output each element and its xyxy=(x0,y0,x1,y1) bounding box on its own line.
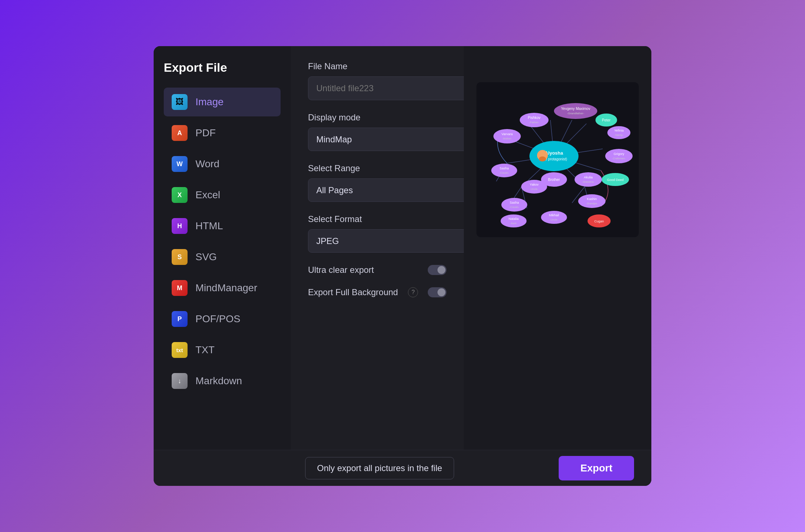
svg-point-52 xyxy=(501,198,527,212)
select-format-label: Select Format xyxy=(308,214,447,224)
sidebar-item-label-image: Image xyxy=(195,96,224,108)
select-range-label: Select Range xyxy=(308,163,447,173)
excel-icon: X xyxy=(172,187,188,203)
select-range-select-wrapper: All Pages Current Page Selected ▾ xyxy=(308,178,464,202)
sidebar-item-html[interactable]: H HTML xyxy=(164,212,281,240)
display-mode-select[interactable]: MindMap Outline Gantt xyxy=(308,128,464,151)
svg-text:-Uncle-: -Uncle- xyxy=(530,188,538,190)
svg-text:-Uncle-: -Uncle- xyxy=(550,218,558,221)
svg-text:Cugan: Cugan xyxy=(594,220,604,223)
display-mode-label: Display mode xyxy=(308,112,447,123)
word-icon: W xyxy=(172,156,188,172)
svg-point-19 xyxy=(554,103,597,119)
svg-text:-Nanny-: -Nanny- xyxy=(615,134,624,137)
sidebar: Export File 🖼 Image A PDF W Word X Excel… xyxy=(154,46,291,450)
sidebar-item-label-txt: TXT xyxy=(195,344,215,356)
svg-text:-Cousin-: -Cousin- xyxy=(510,206,519,208)
svg-point-40 xyxy=(575,172,602,187)
sidebar-item-mindmanager[interactable]: M MindManager xyxy=(164,274,281,302)
export-bg-help-icon[interactable]: ? xyxy=(408,287,418,297)
svg-point-22 xyxy=(520,113,549,127)
select-format-group: Select Format JPEG PNG WebP ▾ xyxy=(308,214,447,253)
image-icon: 🖼 xyxy=(172,94,188,110)
markdown-icon: ↓ xyxy=(172,373,188,389)
svg-text:Peter: Peter xyxy=(602,118,611,122)
display-mode-select-wrapper: MindMap Outline Gantt ▾ xyxy=(308,128,464,151)
svg-text:Pishkov: Pishkov xyxy=(528,116,540,120)
export-bg-label: Export Full Background xyxy=(308,287,398,297)
svg-text:Brother: Brother xyxy=(548,178,560,182)
svg-point-16 xyxy=(529,141,579,171)
svg-text:Akulia: Akulia xyxy=(584,176,593,179)
svg-text:-Cousin-: -Cousin- xyxy=(500,172,509,174)
svg-icon: S xyxy=(172,249,188,265)
sidebar-item-markdown[interactable]: ↓ Markdown xyxy=(164,367,281,395)
svg-point-43 xyxy=(491,164,517,177)
svg-text:Natalia: Natalia xyxy=(509,217,519,221)
sidebar-item-svg[interactable]: S SVG xyxy=(164,243,281,271)
select-format-select[interactable]: JPEG PNG WebP xyxy=(308,229,464,253)
svg-point-58 xyxy=(541,211,567,224)
mindmap-preview: Alyosha (the protagonist) Yevgeny Maximo… xyxy=(478,84,637,235)
select-range-select[interactable]: All Pages Current Page Selected xyxy=(308,178,464,202)
preview-image-container: Alyosha (the protagonist) Yevgeny Maximo… xyxy=(476,82,639,237)
svg-text:Mikhail: Mikhail xyxy=(549,213,559,217)
mindmanager-icon: M xyxy=(172,280,188,296)
dialog-footer: Only export all pictures in the file Exp… xyxy=(154,450,651,486)
pdf-icon: A xyxy=(172,125,188,141)
sidebar-item-label-markdown: Markdown xyxy=(195,375,242,387)
svg-text:Varvara: Varvara xyxy=(502,132,513,136)
sidebar-title: Export File xyxy=(164,61,281,75)
file-name-group: File Name xyxy=(308,61,447,100)
export-bg-toggle[interactable] xyxy=(428,287,447,297)
svg-point-27 xyxy=(607,126,630,139)
select-format-select-wrapper: JPEG PNG WebP ▾ xyxy=(308,229,464,253)
sidebar-item-label-svg: SVG xyxy=(195,251,217,263)
svg-text:-Grandma-: -Grandma- xyxy=(582,181,595,183)
svg-text:Yevgeny Maximov: Yevgeny Maximov xyxy=(561,107,590,111)
dialog-body: Export File 🖼 Image A PDF W Word X Excel… xyxy=(154,46,651,450)
main-content: File Name Display mode MindMap Outline G… xyxy=(291,46,464,450)
sidebar-item-image[interactable]: 🖼 Image xyxy=(164,88,281,116)
ultra-clear-row: Ultra clear export xyxy=(308,265,447,275)
only-export-button[interactable]: Only export all pictures in the file xyxy=(305,457,454,479)
html-icon: H xyxy=(172,218,188,234)
sidebar-item-label-html: HTML xyxy=(195,220,223,232)
svg-text:-Aunt-: -Aunt- xyxy=(510,222,517,225)
svg-point-55 xyxy=(501,214,527,227)
svg-text:-Mother-: -Mother- xyxy=(502,137,512,140)
svg-text:Grigory: Grigory xyxy=(613,152,624,156)
export-button[interactable]: Export xyxy=(559,456,634,480)
sidebar-item-label-mindmanager: MindManager xyxy=(195,282,257,294)
svg-text:-Father-: -Father- xyxy=(529,121,540,124)
svg-point-46 xyxy=(521,180,547,194)
svg-point-49 xyxy=(578,194,606,208)
sidebar-item-label-excel: Excel xyxy=(195,189,220,201)
sidebar-item-excel[interactable]: X Excel xyxy=(164,181,281,209)
sidebar-item-label-pof: POF/POS xyxy=(195,313,240,325)
svg-text:Yefinia: Yefinia xyxy=(614,129,624,132)
ultra-clear-label: Ultra clear export xyxy=(308,265,374,275)
svg-text:Kashin: Kashin xyxy=(587,197,597,201)
svg-text:Sasha: Sasha xyxy=(500,167,509,170)
sidebar-item-label-word: Word xyxy=(195,158,219,170)
svg-point-64 xyxy=(540,150,545,156)
svg-text:-Grandpa-: -Grandpa- xyxy=(586,202,598,205)
ultra-clear-toggle[interactable] xyxy=(428,265,447,275)
svg-point-35 xyxy=(493,129,521,143)
sidebar-item-pof[interactable]: P POF/POS xyxy=(164,305,281,333)
export-dialog: Export File 🖼 Image A PDF W Word X Excel… xyxy=(154,46,651,486)
file-name-input[interactable] xyxy=(308,76,464,100)
svg-point-65 xyxy=(539,156,546,161)
display-mode-group: Display mode MindMap Outline Gantt ▾ xyxy=(308,112,447,151)
svg-text:-Craftsman-: -Craftsman- xyxy=(612,157,626,160)
sidebar-item-word[interactable]: W Word xyxy=(164,150,281,178)
svg-text:-Grandfather-: -Grandfather- xyxy=(567,112,584,115)
file-name-label: File Name xyxy=(308,61,447,71)
sidebar-item-pdf[interactable]: A PDF xyxy=(164,119,281,147)
export-bg-row: Export Full Background ? xyxy=(308,287,447,297)
sidebar-item-txt[interactable]: txt TXT xyxy=(164,336,281,364)
pof-icon: P xyxy=(172,311,188,327)
svg-text:Good Deed: Good Deed xyxy=(607,178,624,182)
select-range-group: Select Range All Pages Current Page Sele… xyxy=(308,163,447,202)
